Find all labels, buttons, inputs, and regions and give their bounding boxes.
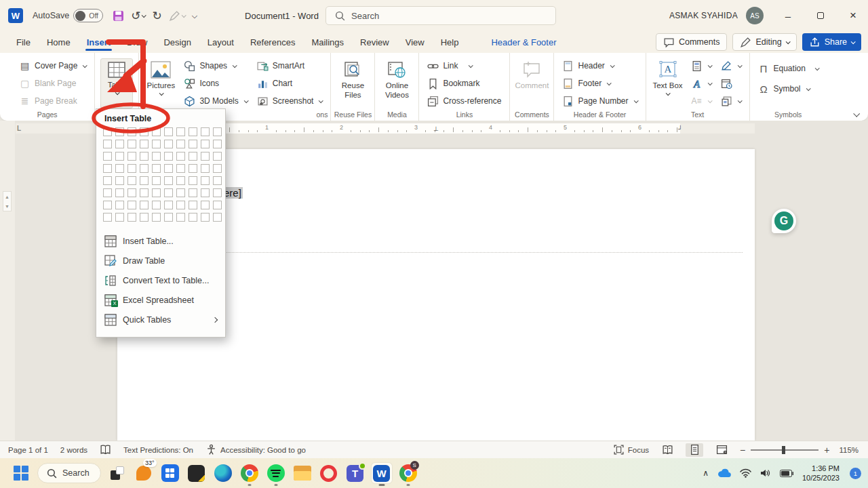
table-grid-cell[interactable] (164, 127, 173, 136)
task-view-button[interactable] (107, 463, 127, 483)
table-grid-cell[interactable] (213, 176, 222, 185)
user-avatar[interactable]: AS (746, 7, 764, 24)
teams-icon[interactable]: T (345, 463, 366, 483)
table-grid-cell[interactable] (176, 140, 185, 148)
table-grid-cell[interactable] (201, 152, 210, 161)
table-grid-cell[interactable] (103, 176, 112, 185)
tab-header-footer[interactable]: Header & Footer (484, 33, 563, 52)
print-layout-button[interactable] (686, 443, 703, 457)
weather-widget[interactable]: 33° (134, 463, 154, 483)
object-button[interactable] (718, 94, 744, 108)
table-grid-cell[interactable] (115, 188, 124, 197)
table-grid-cell[interactable] (127, 127, 136, 136)
edge-browser-icon[interactable] (213, 463, 233, 483)
menu-item-convert-text[interactable]: Convert Text to Table... (102, 270, 220, 290)
date-time-button[interactable] (718, 76, 744, 91)
table-grid-cell[interactable] (201, 176, 210, 185)
footer-button[interactable]: Footer (559, 76, 639, 91)
tab-view[interactable]: View (399, 33, 431, 52)
cross-reference-button[interactable]: Cross-reference (425, 94, 504, 108)
table-grid-cell[interactable] (115, 152, 124, 161)
customize-qat-button[interactable]: ⌵ (192, 12, 197, 20)
table-grid-cell[interactable] (103, 213, 112, 222)
menu-item-insert-table[interactable]: Insert Table... (102, 231, 220, 251)
minimize-button[interactable]: – (773, 0, 803, 31)
menu-item-excel-spreadsheet[interactable]: X Excel Spreadsheet (102, 290, 220, 310)
zoom-in-button[interactable]: + (824, 445, 829, 455)
new-comment-button[interactable]: Comment (515, 58, 548, 108)
pictures-button[interactable]: Pictures (144, 58, 177, 108)
focus-button[interactable]: Focus (613, 444, 649, 455)
title-search-box[interactable]: Search (326, 6, 556, 25)
table-grid-cell[interactable] (213, 213, 222, 222)
table-grid-cell[interactable] (189, 213, 197, 222)
online-videos-button[interactable]: Online Videos (380, 58, 413, 108)
autosave-toggle[interactable]: Off (73, 9, 103, 22)
opera-browser-icon[interactable] (319, 463, 339, 483)
tab-design[interactable]: Design (157, 33, 197, 52)
accessibility-status[interactable]: Accessibility: Good to go (205, 444, 306, 455)
table-grid-cell[interactable] (127, 213, 136, 222)
table-grid-cell[interactable] (213, 152, 222, 161)
table-grid-cell[interactable] (140, 176, 149, 185)
redo-button[interactable]: ↻ (152, 10, 161, 22)
table-grid-cell[interactable] (127, 201, 136, 209)
bookmark-button[interactable]: Bookmark (425, 76, 504, 91)
table-grid-cell[interactable] (176, 201, 185, 209)
table-grid-cell[interactable] (164, 176, 173, 185)
page-indicator[interactable]: Page 1 of 1 (8, 446, 48, 454)
table-grid-cell[interactable] (103, 188, 112, 197)
header-button[interactable]: Header (559, 58, 639, 73)
table-grid-cell[interactable] (201, 188, 210, 197)
taskbar-clock[interactable]: 1:36 PM 10/25/2023 (802, 464, 840, 483)
save-button[interactable] (113, 10, 124, 22)
screenshot-button[interactable]: Screenshot (254, 94, 326, 108)
table-grid-cell[interactable] (127, 152, 136, 161)
cover-page-button[interactable]: ▤ Cover Page (16, 58, 89, 73)
equation-button[interactable]: Π Equation (755, 61, 821, 76)
table-grid-cell[interactable] (189, 176, 197, 185)
table-grid-cell[interactable] (103, 127, 112, 136)
tab-draw[interactable]: Draw (120, 33, 154, 52)
table-grid-cell[interactable] (127, 188, 136, 197)
maximize-button[interactable] (806, 0, 835, 31)
table-grid-cell[interactable] (115, 164, 124, 173)
share-button[interactable]: Share (802, 33, 861, 51)
shapes-button[interactable]: Shapes (181, 58, 250, 73)
tab-review[interactable]: Review (353, 33, 396, 52)
center-tab-marker[interactable]: ⊥ (433, 125, 439, 132)
comments-button[interactable]: Comments (656, 33, 727, 51)
editing-button[interactable]: Editing (732, 33, 796, 51)
table-grid-cell[interactable] (213, 188, 222, 197)
table-grid-cell[interactable] (115, 176, 124, 185)
table-grid-cell[interactable] (152, 127, 161, 136)
page-break-button[interactable]: ≣ Page Break (16, 94, 89, 108)
table-grid-cell[interactable] (115, 213, 124, 222)
table-grid-cell[interactable] (189, 201, 197, 209)
table-grid-cell[interactable] (201, 201, 210, 209)
chrome-browser-icon[interactable] (239, 463, 260, 483)
autosave-control[interactable]: AutoSave Off (33, 9, 103, 22)
zoom-track[interactable] (751, 449, 818, 451)
table-grid-cell[interactable] (152, 152, 161, 161)
table-grid-cell[interactable] (140, 213, 149, 222)
table-grid-cell[interactable] (189, 188, 197, 197)
tab-insert[interactable]: Insert (80, 33, 117, 52)
tab-references[interactable]: References (243, 33, 302, 52)
table-grid-cell[interactable] (176, 152, 185, 161)
collapse-ribbon-button[interactable] (853, 110, 860, 117)
drop-cap-button[interactable]: A≡ (688, 94, 714, 108)
table-grid-cell[interactable] (189, 152, 197, 161)
tab-file[interactable]: File (9, 33, 37, 52)
microsoft-store-icon[interactable] (160, 463, 180, 483)
table-grid-cell[interactable] (164, 201, 173, 209)
table-grid-cell[interactable] (213, 201, 222, 209)
table-grid-cell[interactable] (152, 201, 161, 209)
undo-button[interactable]: ↺ (131, 10, 145, 22)
table-grid-cell[interactable] (140, 127, 149, 136)
quick-parts-button[interactable] (688, 58, 714, 73)
spotify-icon[interactable] (266, 463, 286, 483)
wifi-icon[interactable] (740, 468, 751, 478)
table-grid-cell[interactable] (152, 188, 161, 197)
web-layout-button[interactable] (713, 443, 730, 457)
